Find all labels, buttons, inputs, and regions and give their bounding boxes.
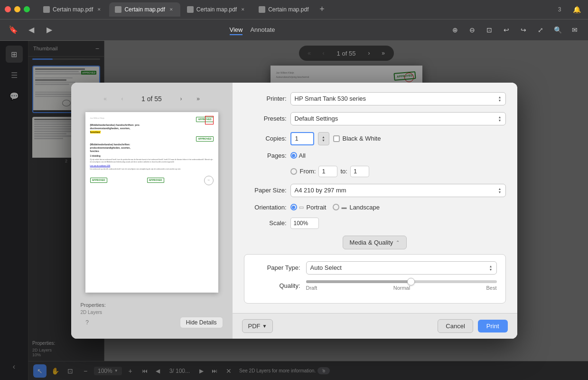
- maximize-window-btn[interactable]: [24, 6, 30, 12]
- media-quality-header: Media & Quality ⌃: [244, 236, 506, 249]
- preview-page-counter: 1 of 55: [133, 95, 171, 103]
- tab-close-2[interactable]: ✕: [168, 6, 175, 13]
- fullscreen-icon[interactable]: ⤢: [534, 23, 547, 37]
- bw-checkbox[interactable]: [333, 135, 340, 142]
- quality-slider[interactable]: [306, 280, 497, 283]
- printer-stepper[interactable]: ▲ ▼: [498, 95, 502, 102]
- presets-value: Default Settings: [295, 115, 338, 122]
- pages-row: Pages: All: [244, 152, 506, 177]
- search-icon[interactable]: 🔍: [551, 23, 564, 37]
- media-quality-section: Paper Type: Auto Select ▲ ▼ Qua: [244, 254, 506, 304]
- pages-to-input[interactable]: [350, 166, 369, 177]
- quality-draft-label: Draft: [306, 285, 317, 291]
- tab-3[interactable]: Certain map.pdf ✕: [181, 2, 252, 17]
- tab-close-3[interactable]: ✕: [240, 6, 246, 13]
- pdf-arrow-icon: ▼: [262, 323, 267, 329]
- landscape-radio[interactable]: [333, 204, 339, 210]
- properties-2dlayers: 2D Layers: [81, 310, 223, 315]
- pages-all-radio[interactable]: [290, 152, 297, 159]
- new-tab-button[interactable]: +: [316, 3, 329, 16]
- paper-type-stepper[interactable]: ▲ ▼: [489, 265, 493, 271]
- landscape-label: Landscape: [349, 204, 380, 211]
- portrait-radio[interactable]: [290, 204, 297, 210]
- quality-row: Quality: Draft Normal Best: [253, 280, 497, 291]
- preview-title: (Middelnederlandse) handschriften: pro-: [90, 124, 214, 127]
- main-area: ⊞ ☰ 💬 ‹ Thumbnail −: [0, 41, 588, 380]
- printer-control: HP Smart Tank 530 series ▲ ▼: [290, 92, 506, 105]
- paper-type-select[interactable]: Auto Select ▲ ▼: [306, 261, 497, 275]
- dialog-preview-panel: « ‹ 1 of 55 › » Jan Willem Kleijn APPROV…: [71, 83, 233, 339]
- zoom-in-icon[interactable]: ⊕: [448, 23, 462, 37]
- paper-type-label: Paper Type:: [253, 264, 300, 271]
- pdf-button[interactable]: PDF ▼: [242, 319, 273, 333]
- close-window-btn[interactable]: [5, 6, 11, 12]
- preview-section2: productieomstandigheden, soorten,: [90, 146, 214, 150]
- pages-all-label: All: [299, 152, 306, 159]
- print-dialog-overlay: « ‹ 1 of 55 › » Jan Willem Kleijn APPROV…: [0, 41, 588, 380]
- presets-stepper[interactable]: ▲ ▼: [498, 115, 502, 122]
- quality-slider-thumb[interactable]: [407, 278, 415, 285]
- copies-stepper[interactable]: ▲ ▼: [318, 132, 329, 145]
- fit-page-icon[interactable]: ⊡: [483, 23, 496, 37]
- tab-favicon-4: [259, 6, 265, 13]
- print-button[interactable]: Print: [478, 320, 508, 332]
- hide-details-button[interactable]: Hide Details: [180, 317, 223, 328]
- pages-from-label: From:: [300, 168, 316, 175]
- preview-last-btn[interactable]: »: [192, 92, 205, 105]
- pages-all-option[interactable]: All: [290, 152, 306, 159]
- quality-best-label: Best: [486, 285, 496, 291]
- notification-bell-icon[interactable]: 🔔: [570, 3, 583, 16]
- scale-input[interactable]: [290, 218, 319, 229]
- preview-bottom: Properties: 2D Layers ? Hide Details: [81, 302, 223, 329]
- copies-input[interactable]: [290, 132, 314, 145]
- copies-row: Copies: ▲ ▼ Black & White: [244, 132, 506, 145]
- rotate-left-icon[interactable]: ↩: [500, 23, 513, 37]
- preview-signature: sig: [204, 176, 214, 185]
- tab-view[interactable]: View: [230, 24, 243, 35]
- rotate-right-icon[interactable]: ↪: [517, 23, 530, 37]
- preview-circle: [205, 116, 214, 124]
- copies-control: ▲ ▼ Black & White: [290, 132, 506, 145]
- tab-4[interactable]: Certain map.pdf: [253, 2, 314, 17]
- preview-first-btn[interactable]: «: [99, 92, 112, 105]
- cancel-button[interactable]: Cancel: [438, 319, 473, 333]
- tab-1[interactable]: Certain map.pdf ✕: [37, 2, 108, 17]
- toolbar-center: View Annotate: [61, 24, 444, 35]
- pages-from-input[interactable]: [318, 166, 337, 177]
- mail-icon[interactable]: ✉: [568, 23, 581, 37]
- paper-size-stepper[interactable]: ▲ ▼: [498, 187, 502, 194]
- minimize-window-btn[interactable]: [14, 6, 20, 12]
- presets-select[interactable]: Default Settings ▲ ▼: [290, 112, 506, 125]
- portrait-option[interactable]: ▭ Portrait: [290, 204, 327, 211]
- landscape-option[interactable]: ▬ Landscape: [333, 204, 380, 211]
- help-button[interactable]: ?: [81, 316, 94, 329]
- scale-row: Scale:: [244, 218, 506, 229]
- tab-annotate[interactable]: Annotate: [250, 24, 275, 35]
- dialog-bottom-bar: PDF ▼ Cancel Print: [233, 313, 517, 339]
- printer-select[interactable]: HP Smart Tank 530 series ▲ ▼: [290, 92, 506, 105]
- paper-size-select[interactable]: A4 210 by 297 mm ▲ ▼: [290, 184, 506, 197]
- bookmark-icon[interactable]: 🔖: [7, 23, 20, 37]
- tab-close-1[interactable]: ✕: [96, 6, 103, 13]
- media-quality-button[interactable]: Media & Quality ⌃: [343, 236, 407, 249]
- tab-favicon-3: [187, 6, 194, 13]
- preview-page: Jan Willem Kleijn APPROVED (Middelnederl…: [85, 112, 218, 293]
- pages-range-radio[interactable]: [290, 168, 297, 175]
- printer-row: Printer: HP Smart Tank 530 series ▲ ▼: [244, 92, 506, 105]
- tab-label-1: Certain map.pdf: [53, 6, 93, 13]
- media-quality-arrow: ⌃: [396, 240, 400, 245]
- printer-value: HP Smart Tank 530 series: [295, 95, 366, 102]
- pages-label: Pages:: [244, 152, 287, 159]
- back-button[interactable]: ◀: [25, 23, 38, 37]
- zoom-out-icon[interactable]: ⊖: [466, 23, 479, 37]
- preview-prev-btn[interactable]: ‹: [116, 92, 129, 105]
- toolbar-icons: ⊕ ⊖ ⊡ ↩ ↪ ⤢ 🔍 ✉: [448, 23, 581, 37]
- tab-2[interactable]: Certain map.pdf ✕: [109, 2, 180, 17]
- preview-body2: het onderzoek op dat elk onderzoek-heeft…: [90, 168, 214, 171]
- media-quality-label: Media & Quality: [350, 239, 393, 246]
- pages-radio-group: All: [290, 152, 306, 159]
- forward-button[interactable]: ▶: [43, 23, 56, 37]
- preview-link: Leer van de inuitkwee 1200: [90, 165, 214, 167]
- bw-label: Black & White: [343, 135, 381, 142]
- preview-next-btn[interactable]: ›: [175, 92, 188, 105]
